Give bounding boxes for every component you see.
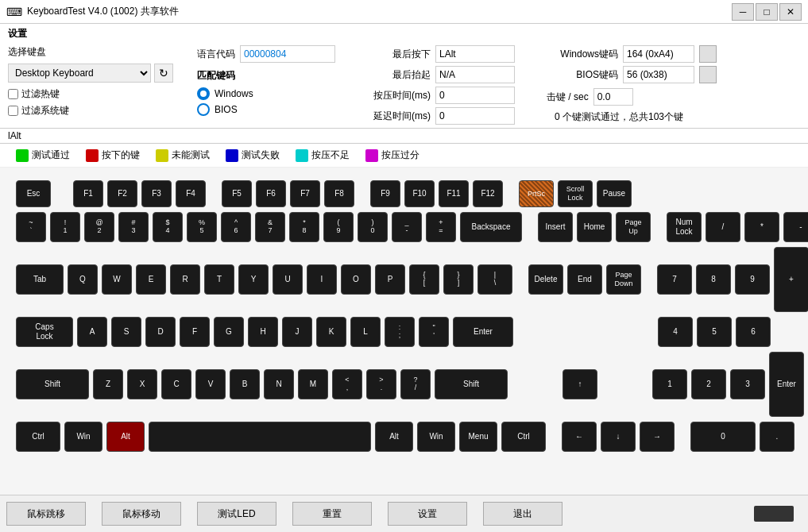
windows-key-extra-btn[interactable] [699,45,717,63]
key-numpad-asterisk[interactable]: * [744,212,779,242]
maximize-button[interactable]: □ [756,3,778,21]
key-numpad-9[interactable]: 9 [735,264,770,295]
refresh-button[interactable]: ↻ [154,64,173,83]
key-numpad-0[interactable]: 0 [690,422,756,452]
key-scrolllock[interactable]: ScrollLock [558,180,593,207]
key-tab[interactable]: Tab [16,264,64,295]
key-i[interactable]: I [307,264,337,295]
key-rctrl[interactable]: Ctrl [501,422,546,452]
key-rshift[interactable]: Shift [435,369,508,399]
key-y[interactable]: Y [238,264,269,295]
key-numpad-7[interactable]: 7 [657,264,692,295]
key-5[interactable]: %5 [187,212,217,242]
key-v[interactable]: V [195,369,226,399]
key-numpad-6[interactable]: 6 [736,317,771,347]
key-f7[interactable]: F7 [290,180,320,207]
key-f4[interactable]: F4 [176,180,206,207]
key-ralt[interactable]: Alt [375,422,413,452]
key-s[interactable]: S [111,317,141,347]
mouse-move-button[interactable]: 鼠标移动 [102,502,181,526]
key-numpad-minus[interactable]: - [783,212,808,242]
key-pageup[interactable]: PageUp [616,212,651,242]
key-numpad-dot[interactable]: . [760,422,794,452]
keyboard-select[interactable]: Desktop Keyboard [8,64,151,83]
key-p[interactable]: P [375,264,405,295]
settings-button[interactable]: 设置 [388,502,467,526]
key-7[interactable]: &7 [255,212,285,242]
key-down[interactable]: ↓ [601,422,636,452]
key-semicolon[interactable]: :; [385,317,415,347]
key-f3[interactable]: F3 [141,180,172,207]
key-rbracket[interactable]: }] [443,264,474,295]
reset-button[interactable]: 重置 [292,502,372,526]
windows-radio[interactable] [197,87,210,100]
key-z[interactable]: Z [93,369,123,399]
key-enter[interactable]: Enter [453,317,513,347]
key-numpad-1[interactable]: 1 [652,369,687,399]
key-x[interactable]: X [127,369,157,399]
key-esc[interactable]: Esc [16,180,51,207]
bios-key-extra-btn[interactable] [699,66,717,83]
key-f9[interactable]: F9 [370,180,400,207]
close-button[interactable]: ✕ [779,3,802,21]
key-right[interactable]: → [640,422,675,452]
key-f6[interactable]: F6 [256,180,286,207]
key-3[interactable]: #3 [118,212,149,242]
key-r[interactable]: R [170,264,200,295]
exit-button[interactable]: 退出 [483,502,563,526]
key-d[interactable]: D [145,317,176,347]
key-delete[interactable]: Delete [528,264,563,295]
key-lalt[interactable]: Alt [106,422,145,452]
key-end[interactable]: End [567,264,602,295]
key-space[interactable] [149,422,371,452]
key-g[interactable]: G [214,317,244,347]
key-e[interactable]: E [136,264,166,295]
key-comma[interactable]: <, [332,369,362,399]
key-lbracket[interactable]: {[ [409,264,439,295]
key-rwin[interactable]: Win [417,422,455,452]
key-0[interactable]: )0 [358,212,388,242]
key-numpad-8[interactable]: 8 [696,264,731,295]
key-printscreen[interactable]: PrtSc [519,180,554,207]
key-9[interactable]: (9 [323,212,354,242]
key-quote[interactable]: "' [419,317,449,347]
key-numpad-2[interactable]: 2 [691,369,726,399]
key-home[interactable]: Home [577,212,612,242]
key-numpad-3[interactable]: 3 [730,369,765,399]
bios-radio[interactable] [197,103,210,116]
key-equals[interactable]: += [426,212,456,242]
lang-code-input[interactable] [240,45,335,63]
key-minus[interactable]: _- [392,212,422,242]
key-h[interactable]: H [248,317,278,347]
key-numpad-slash[interactable]: / [706,212,740,242]
key-n[interactable]: N [264,369,294,399]
key-backspace[interactable]: Backspace [460,212,522,242]
minimize-button[interactable]: ─ [732,3,754,21]
key-c[interactable]: C [161,369,191,399]
filter-syskey-checkbox[interactable] [8,106,18,116]
key-capslock[interactable]: CapsLock [16,317,73,347]
key-q[interactable]: Q [68,264,98,295]
key-b[interactable]: B [230,369,260,399]
key-f12[interactable]: F12 [473,180,503,207]
key-backtick[interactable]: ~` [16,212,46,242]
key-a[interactable]: A [77,317,107,347]
key-slash[interactable]: ?/ [400,369,431,399]
key-o[interactable]: O [341,264,371,295]
mouse-jump-button[interactable]: 鼠标跳移 [6,502,86,526]
key-left[interactable]: ← [562,422,597,452]
key-f11[interactable]: F11 [439,180,469,207]
key-pagedown[interactable]: PageDown [606,264,641,295]
key-lshift[interactable]: Shift [16,369,89,399]
key-4[interactable]: $4 [153,212,183,242]
key-m[interactable]: M [298,369,328,399]
key-lwin[interactable]: Win [64,422,102,452]
key-numpad-5[interactable]: 5 [697,317,732,347]
key-f5[interactable]: F5 [222,180,252,207]
key-f1[interactable]: F1 [73,180,103,207]
key-8[interactable]: *8 [289,212,319,242]
key-menu[interactable]: Menu [459,422,497,452]
key-2[interactable]: @2 [84,212,114,242]
key-j[interactable]: J [282,317,312,347]
key-lctrl[interactable]: Ctrl [16,422,60,452]
